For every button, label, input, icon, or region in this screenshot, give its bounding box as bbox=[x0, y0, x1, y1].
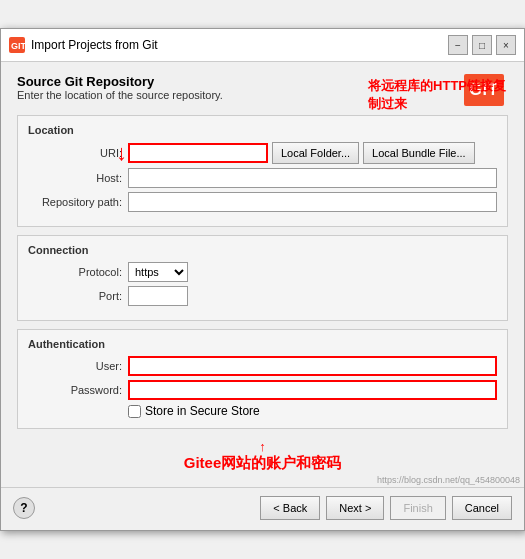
user-row: User: bbox=[28, 356, 497, 376]
dialog-header-text: Source Git Repository Enter the location… bbox=[17, 74, 223, 111]
connection-section-label: Connection bbox=[28, 244, 497, 256]
local-folder-button[interactable]: Local Folder... bbox=[272, 142, 359, 164]
dialog-title: Source Git Repository bbox=[17, 74, 223, 89]
store-label: Store in Secure Store bbox=[145, 404, 260, 418]
footer-left: ? bbox=[13, 497, 35, 519]
title-bar: GIT Import Projects from Git − □ × bbox=[1, 29, 524, 62]
authentication-section-label: Authentication bbox=[28, 338, 497, 350]
protocol-label: Protocol: bbox=[28, 266, 128, 278]
repo-path-label: Repository path: bbox=[28, 196, 128, 208]
window-title: Import Projects from Git bbox=[31, 38, 158, 52]
cancel-button[interactable]: Cancel bbox=[452, 496, 512, 520]
minimize-button[interactable]: − bbox=[448, 35, 468, 55]
connection-section: Connection Protocol: https http git ssh … bbox=[17, 235, 508, 321]
password-row: Password: bbox=[28, 380, 497, 400]
location-section-label: Location bbox=[28, 124, 497, 136]
uri-row: URI: Local Folder... Local Bundle File..… bbox=[28, 142, 497, 164]
repo-path-input[interactable] bbox=[128, 192, 497, 212]
protocol-row: Protocol: https http git ssh bbox=[28, 262, 497, 282]
protocol-select[interactable]: https http git ssh bbox=[128, 262, 188, 282]
user-input[interactable] bbox=[128, 356, 497, 376]
authentication-section: Authentication User: Password: Store in … bbox=[17, 329, 508, 429]
host-row: Host: bbox=[28, 168, 497, 188]
port-row: Port: bbox=[28, 286, 497, 306]
git-title-icon: GIT bbox=[9, 37, 25, 53]
dialog-content: Source Git Repository Enter the location… bbox=[1, 62, 524, 487]
git-logo: GIT bbox=[464, 74, 504, 106]
uri-controls: Local Folder... Local Bundle File... bbox=[128, 142, 475, 164]
port-label: Port: bbox=[28, 290, 128, 302]
footer-right: < Back Next > Finish Cancel bbox=[260, 496, 512, 520]
next-button[interactable]: Next > bbox=[326, 496, 384, 520]
maximize-button[interactable]: □ bbox=[472, 35, 492, 55]
title-bar-controls: − □ × bbox=[448, 35, 516, 55]
close-button[interactable]: × bbox=[496, 35, 516, 55]
repo-path-row: Repository path: bbox=[28, 192, 497, 212]
port-input[interactable] bbox=[128, 286, 188, 306]
dialog-subtitle: Enter the location of the source reposit… bbox=[17, 89, 223, 101]
back-button[interactable]: < Back bbox=[260, 496, 320, 520]
store-checkbox-row: Store in Secure Store bbox=[28, 404, 497, 418]
location-section: Location URI: Local Folder... Local Bund… bbox=[17, 115, 508, 227]
uri-input[interactable] bbox=[128, 143, 268, 163]
dialog-footer: ? < Back Next > Finish Cancel bbox=[1, 487, 524, 530]
watermark: https://blog.csdn.net/qq_454800048 bbox=[377, 475, 520, 485]
uri-label: URI: bbox=[28, 147, 128, 159]
host-input[interactable] bbox=[128, 168, 497, 188]
import-dialog: GIT Import Projects from Git − □ × Sourc… bbox=[0, 28, 525, 531]
password-label: Password: bbox=[28, 384, 128, 396]
host-label: Host: bbox=[28, 172, 128, 184]
help-button[interactable]: ? bbox=[13, 497, 35, 519]
finish-button[interactable]: Finish bbox=[390, 496, 445, 520]
annotation-bottom: ↑ Gitee网站的账户和密码 bbox=[17, 437, 508, 477]
local-bundle-button[interactable]: Local Bundle File... bbox=[363, 142, 475, 164]
store-checkbox[interactable] bbox=[128, 405, 141, 418]
svg-text:GIT: GIT bbox=[11, 41, 25, 51]
password-input[interactable] bbox=[128, 380, 497, 400]
user-label: User: bbox=[28, 360, 128, 372]
title-bar-left: GIT Import Projects from Git bbox=[9, 37, 158, 53]
dialog-header: Source Git Repository Enter the location… bbox=[17, 74, 508, 111]
